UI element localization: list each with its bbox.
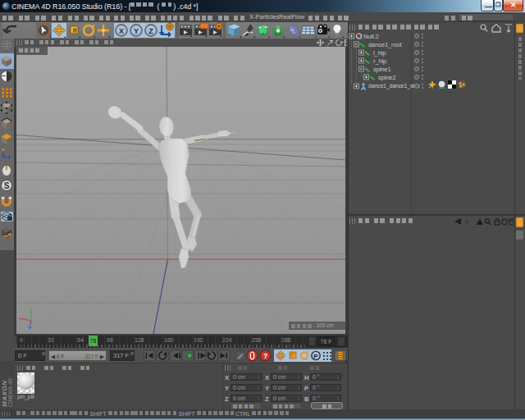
svg-text:S: S	[4, 181, 10, 190]
svg-text:Y: Y	[134, 27, 139, 35]
svg-text:?: ?	[263, 352, 267, 360]
svg-text:P: P	[313, 353, 318, 360]
svg-text:Z: Z	[148, 27, 153, 35]
svg-text:X: X	[119, 27, 124, 35]
